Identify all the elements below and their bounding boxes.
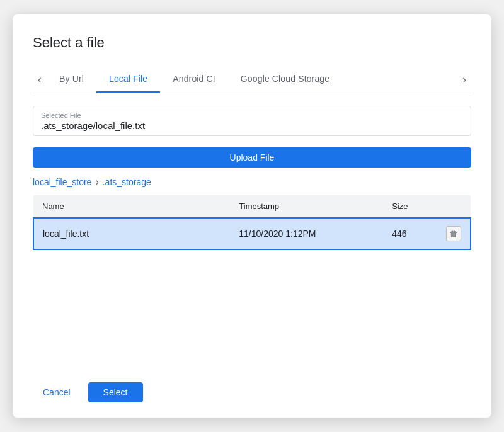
table-header: Name Timestamp Size bbox=[33, 195, 471, 218]
selected-file-value: .ats_storage/local_file.txt bbox=[41, 120, 145, 131]
table-row[interactable]: local_file.txt 11/10/2020 1:12PM 446 🗑 bbox=[33, 218, 471, 249]
cell-timestamp: 11/10/2020 1:12PM bbox=[230, 218, 383, 249]
col-header-timestamp: Timestamp bbox=[230, 195, 383, 218]
breadcrumb-root[interactable]: local_file_store bbox=[33, 177, 91, 187]
breadcrumb-separator: › bbox=[95, 176, 98, 188]
tabs-container: ‹ By Url Local File Android CI Google Cl… bbox=[33, 66, 471, 93]
dialog-title: Select a file bbox=[33, 35, 471, 51]
delete-icon[interactable]: 🗑 bbox=[446, 226, 461, 241]
file-select-dialog: Select a file ‹ By Url Local File Androi… bbox=[13, 14, 491, 418]
file-table: Name Timestamp Size local_file.txt 11/10… bbox=[33, 195, 471, 250]
upload-file-button[interactable]: Upload File bbox=[33, 147, 471, 168]
col-header-name: Name bbox=[33, 195, 230, 218]
selected-file-field: Selected File .ats_storage/local_file.tx… bbox=[33, 106, 471, 136]
cell-delete: 🗑 bbox=[427, 218, 471, 249]
tab-by-url[interactable]: By Url bbox=[47, 66, 96, 93]
col-header-action bbox=[427, 195, 471, 218]
select-button[interactable]: Select bbox=[88, 382, 143, 402]
tab-google-cloud[interactable]: Google Cloud Storage bbox=[228, 66, 342, 93]
table-body: local_file.txt 11/10/2020 1:12PM 446 🗑 bbox=[33, 218, 471, 249]
dialog-footer: Cancel Select bbox=[33, 382, 471, 402]
tabs: By Url Local File Android CI Google Clou… bbox=[47, 66, 457, 93]
tab-android-ci[interactable]: Android CI bbox=[160, 66, 228, 93]
tab-right-arrow[interactable]: › bbox=[457, 71, 471, 89]
cell-name: local_file.txt bbox=[33, 218, 230, 249]
breadcrumb: local_file_store › .ats_storage bbox=[33, 176, 471, 188]
cell-size: 446 bbox=[383, 218, 427, 249]
breadcrumb-current[interactable]: .ats_storage bbox=[103, 177, 151, 187]
tab-local-file[interactable]: Local File bbox=[96, 66, 160, 93]
col-header-size: Size bbox=[383, 195, 427, 218]
tab-left-arrow[interactable]: ‹ bbox=[33, 71, 47, 89]
selected-file-label: Selected File bbox=[41, 111, 463, 119]
cancel-button[interactable]: Cancel bbox=[33, 382, 81, 402]
